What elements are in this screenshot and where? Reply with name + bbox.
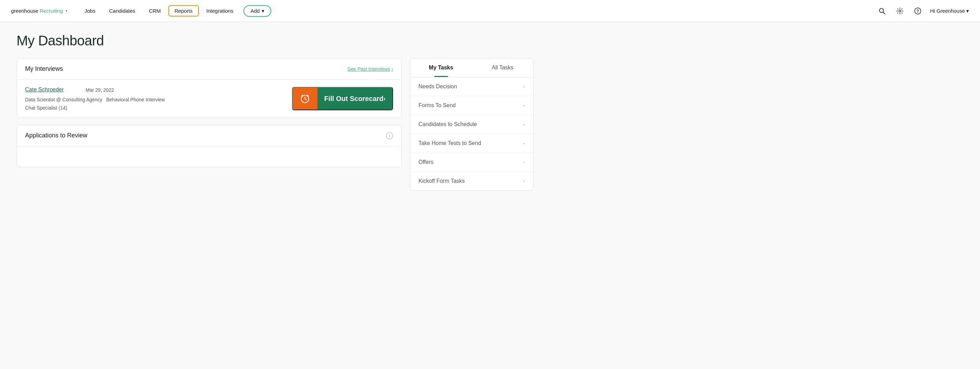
task-needs-decision-label: Needs Decision [418, 84, 457, 90]
task-offers-label: Offers [418, 159, 433, 165]
svg-point-2 [899, 10, 901, 12]
applications-body [17, 146, 401, 167]
task-candidates-to-schedule-value: - [523, 121, 525, 127]
see-past-interviews-link[interactable]: See Past Interviews › [348, 66, 393, 72]
logo-chevron-icon: ▾ [66, 9, 67, 13]
help-button[interactable]: ? [912, 5, 923, 16]
interview-count: Chat Specialist (14) [25, 105, 284, 111]
tab-all-tasks[interactable]: All Tasks [472, 59, 533, 77]
task-needs-decision-value: - [523, 84, 525, 90]
task-forms-to-send-value: - [523, 102, 525, 109]
task-forms-to-send[interactable]: Forms To Send - [410, 96, 533, 115]
nav-crm[interactable]: CRM [143, 5, 167, 16]
logo[interactable]: greenhouse Recruiting ▾ [11, 8, 67, 14]
nav-links: Jobs Candidates CRM Reports Integrations… [78, 5, 868, 17]
scorecard-label: Fill Out Scorecard › [317, 88, 392, 109]
applications-info-icon[interactable]: i [386, 132, 393, 139]
svg-text:?: ? [916, 9, 919, 14]
interviews-card: My Interviews See Past Interviews › Cate… [16, 58, 402, 118]
task-forms-to-send-label: Forms To Send [418, 102, 456, 109]
nav-integrations[interactable]: Integrations [200, 5, 239, 16]
search-button[interactable] [877, 5, 888, 16]
task-candidates-to-schedule-label: Candidates to Schedule [418, 121, 477, 127]
applications-card: Applications to Review i [16, 125, 402, 167]
task-take-home-tests-value: - [523, 140, 525, 146]
interview-role: Data Scientist @ Consulting Agency Behav… [25, 97, 284, 102]
task-kickoff-form-label: Kickoff Form Tasks [418, 178, 465, 184]
tasks-list: Needs Decision - Forms To Send - Candida… [410, 77, 533, 190]
tab-my-tasks[interactable]: My Tasks [410, 59, 472, 77]
sidebar-column: My Tasks All Tasks Needs Decision - Form… [410, 58, 534, 191]
interviews-card-header: My Interviews See Past Interviews › [17, 59, 401, 80]
interview-date: Mar 29, 2022 [86, 87, 114, 93]
interview-left: Cate Schroeder Mar 29, 2022 Data Scienti… [25, 87, 284, 111]
scorecard-alarm-icon [293, 88, 317, 109]
task-take-home-tests-label: Take Home Tests to Send [418, 140, 481, 146]
candidate-name[interactable]: Cate Schroeder [25, 87, 64, 93]
navbar: greenhouse Recruiting ▾ Jobs Candidates … [0, 0, 980, 22]
task-kickoff-form-value: - [523, 178, 525, 184]
applications-title: Applications to Review [25, 132, 88, 139]
page-title: My Dashboard [16, 33, 534, 48]
settings-button[interactable] [894, 5, 905, 16]
nav-right: ? Hi Greenhouse ▾ [877, 5, 969, 16]
tasks-tabs: My Tasks All Tasks [410, 59, 533, 77]
logo-greenhouse: greenhouse [11, 8, 38, 14]
logo-recruiting: Recruiting [40, 8, 63, 14]
add-button[interactable]: Add ▾ [243, 5, 271, 17]
task-offers[interactable]: Offers - [410, 153, 533, 172]
tasks-card: My Tasks All Tasks Needs Decision - Form… [410, 58, 534, 191]
nav-candidates[interactable]: Candidates [103, 5, 141, 16]
interviews-title: My Interviews [25, 65, 63, 73]
task-needs-decision[interactable]: Needs Decision - [410, 77, 533, 96]
dashboard-layout: My Interviews See Past Interviews › Cate… [16, 58, 534, 191]
applications-card-header: Applications to Review i [17, 125, 401, 146]
task-offers-value: - [523, 159, 525, 165]
user-menu[interactable]: Hi Greenhouse ▾ [930, 8, 969, 14]
interview-top-row: Cate Schroeder Mar 29, 2022 [25, 87, 284, 94]
nav-reports[interactable]: Reports [169, 5, 199, 16]
svg-line-1 [883, 12, 885, 14]
interview-row: Cate Schroeder Mar 29, 2022 Data Scienti… [17, 80, 401, 117]
main-column: My Interviews See Past Interviews › Cate… [16, 58, 402, 167]
fill-out-scorecard-button[interactable]: Fill Out Scorecard › [292, 87, 393, 110]
nav-jobs[interactable]: Jobs [78, 5, 102, 16]
task-take-home-tests[interactable]: Take Home Tests to Send - [410, 134, 533, 153]
task-kickoff-form[interactable]: Kickoff Form Tasks - [410, 172, 533, 190]
task-candidates-to-schedule[interactable]: Candidates to Schedule - [410, 115, 533, 134]
main-content: My Dashboard My Interviews See Past Inte… [0, 22, 550, 202]
